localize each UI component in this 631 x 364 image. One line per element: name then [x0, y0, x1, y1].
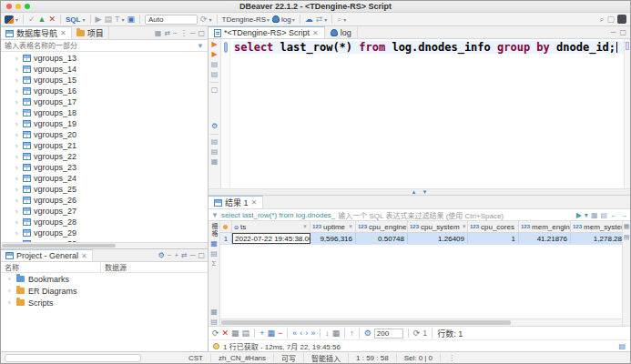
delete-file-icon[interactable]: ▤	[211, 148, 219, 156]
expand-chevron-icon[interactable]: ›	[15, 131, 20, 139]
grid-presentation-icon[interactable]: ▦	[210, 240, 218, 248]
compare-icon[interactable]: ⇄	[316, 14, 323, 25]
tree-item[interactable]: ›vgroups_25	[1, 184, 208, 195]
fetch-page-icon[interactable]: ↓	[325, 329, 330, 338]
minimize-view-icon[interactable]: ─	[190, 29, 196, 37]
close-icon[interactable]: ✕	[60, 29, 66, 37]
apply-filter-icon[interactable]: ▶	[576, 211, 582, 219]
tree-item[interactable]: ›vgroups_26	[1, 195, 208, 206]
sql-editor-dropdown-icon[interactable]: ▾	[82, 16, 85, 23]
filter-dropdown-icon[interactable]: ▾	[585, 211, 588, 219]
editor-text-area[interactable]: select last_row(*) from log.dnodes_info …	[230, 39, 624, 188]
filter-funnel-icon[interactable]: ▼	[197, 42, 204, 50]
tree-item[interactable]: ›vgroups_13	[1, 53, 208, 64]
tab-projects[interactable]: 项目	[72, 26, 109, 39]
quick-access-search-icon[interactable]: ⌕	[599, 14, 604, 25]
status-caret-position[interactable]: 1 : 59 : 58	[349, 354, 397, 362]
column-header-uptime[interactable]: 123uptime▼	[310, 221, 356, 232]
column-header-ts[interactable]: ⊙ts▼	[232, 221, 310, 232]
script-manager-icon[interactable]: ▦	[211, 158, 219, 166]
savepoint-icon[interactable]: ▲	[38, 14, 46, 25]
transaction-mode-combo[interactable]: Auto	[145, 15, 198, 25]
metadata-panel-icon[interactable]: ▤	[210, 318, 218, 326]
filter-settings-icon[interactable]: ▤	[600, 211, 607, 219]
splitter-down-icon[interactable]: ▼	[422, 189, 428, 195]
minimize-editor-icon[interactable]: ─	[611, 28, 616, 36]
last-row-icon[interactable]: »	[310, 329, 315, 338]
results-filter-bar[interactable]: ▼ select last_row(*) from log.dnodes_ 输入…	[209, 209, 630, 221]
lock-icon[interactable]: ▣	[127, 14, 135, 25]
tree-item[interactable]: ›vgroups_29	[1, 228, 208, 238]
cell-mem_system[interactable]: 1,278.28	[571, 233, 622, 244]
expand-chevron-icon[interactable]: ›	[15, 164, 20, 172]
save-filter-icon[interactable]: ▦	[591, 211, 598, 219]
grid-settings-icon[interactable]: ⚙	[364, 329, 371, 338]
execute-script-icon[interactable]: ▤	[211, 61, 219, 68]
history-forward-icon[interactable]: →	[620, 211, 627, 219]
type-tool-icon[interactable]: T	[115, 14, 120, 25]
collapse-all-icon[interactable]: ▦	[155, 29, 162, 37]
history-back-icon[interactable]: ←	[610, 211, 617, 219]
expand-chevron-icon[interactable]: ›	[8, 298, 13, 307]
calc-panel-icon[interactable]: Σ	[212, 260, 217, 268]
tree-item[interactable]: ›vgroups_21	[1, 140, 208, 151]
tree-item[interactable]: ›vgroups_16	[1, 86, 208, 96]
record-view-icon[interactable]: ▤	[242, 329, 250, 338]
grid-presentation-label[interactable]: 栅格	[209, 223, 219, 238]
first-row-icon[interactable]: «	[292, 329, 297, 338]
expand-chevron-icon[interactable]: ›	[15, 142, 20, 150]
column-header-mem_engine[interactable]: 123mem_engine▼	[519, 221, 571, 232]
zoom-window-button[interactable]	[25, 4, 30, 9]
view-menu-icon[interactable]: ⋮	[180, 29, 188, 37]
expand-chevron-icon[interactable]: ›	[15, 66, 20, 74]
row-number-header[interactable]	[220, 221, 232, 232]
search-metadata-icon[interactable]: ⌕	[337, 14, 341, 25]
tree-item[interactable]: ›vgroups_24	[1, 173, 208, 184]
tree-item[interactable]: ›vgroups_18	[1, 107, 208, 118]
settings-icon[interactable]: ⚙	[158, 251, 165, 259]
expand-chevron-icon[interactable]: ›	[15, 109, 20, 117]
open-panel-icon[interactable]: ▢	[211, 86, 219, 94]
tree-item[interactable]: ›vgroups_22	[1, 151, 208, 162]
execute-dim-icon[interactable]: ▶	[96, 14, 102, 25]
cell-cpu_system[interactable]: 1.26409	[408, 233, 468, 244]
project-tree-item[interactable]: ›Scripts	[1, 297, 208, 308]
editor-settings-icon[interactable]: ⚙	[211, 123, 218, 130]
project-tree-item[interactable]: ›Bookmarks	[1, 273, 208, 285]
value-panel-icon[interactable]: ▦	[210, 308, 218, 316]
expand-chevron-icon[interactable]: ›	[15, 76, 20, 85]
text-presentation-icon[interactable]: ▤	[210, 250, 218, 258]
rollback-icon[interactable]: ✕	[48, 14, 56, 25]
cell-mem_engine[interactable]: 41.21876	[519, 233, 571, 244]
expand-chevron-icon[interactable]: ›	[15, 229, 20, 238]
save-file-icon[interactable]: ▤	[211, 138, 219, 146]
expand-chevron-icon[interactable]: ›	[15, 218, 20, 227]
overview-ruler[interactable]	[624, 39, 630, 188]
expand-chevron-icon[interactable]: ›	[15, 98, 20, 106]
expand-chevron-icon[interactable]: ›	[8, 275, 13, 283]
fetch-all-icon[interactable]: ▦	[332, 329, 341, 338]
maximize-view-icon[interactable]: ▢	[198, 251, 205, 259]
new-sql-editor-button[interactable]: SQL	[66, 15, 80, 24]
close-icon[interactable]: ✕	[312, 29, 319, 37]
grid-view-icon[interactable]: ▦	[231, 329, 239, 338]
grid-hscrollbar[interactable]	[220, 318, 622, 326]
explain-plan-icon[interactable]: ▤	[211, 71, 219, 78]
grid-empty-area[interactable]	[220, 245, 622, 318]
column-header-cpu_system[interactable]: 123cpu_system▼	[408, 221, 468, 232]
maximize-editor-icon[interactable]: ▢	[619, 28, 626, 36]
link-editor-icon[interactable]: ⇄	[164, 29, 170, 37]
expand-chevron-icon[interactable]: ›	[15, 55, 20, 63]
sql-line[interactable]: select last_row(*) from log.dnodes_info …	[234, 41, 624, 54]
collapse-icon[interactable]: −	[168, 251, 172, 259]
cell-cpu_engine[interactable]: 0.50748	[356, 233, 408, 244]
tree-item[interactable]: ›vgroups_15	[1, 75, 208, 86]
refresh-result-icon[interactable]: ⟳	[413, 329, 421, 338]
refresh-icon[interactable]: ⟳	[200, 14, 208, 25]
script-dim-icon[interactable]: ▤	[104, 14, 112, 25]
close-icon[interactable]: ✕	[251, 198, 258, 207]
column-datasource[interactable]: 数据源	[101, 262, 127, 272]
panel-toggle-icon[interactable]: ▦	[624, 223, 630, 230]
expand-chevron-icon[interactable]: ›	[15, 186, 20, 194]
cell-uptime[interactable]: 9,596,316	[310, 233, 356, 244]
